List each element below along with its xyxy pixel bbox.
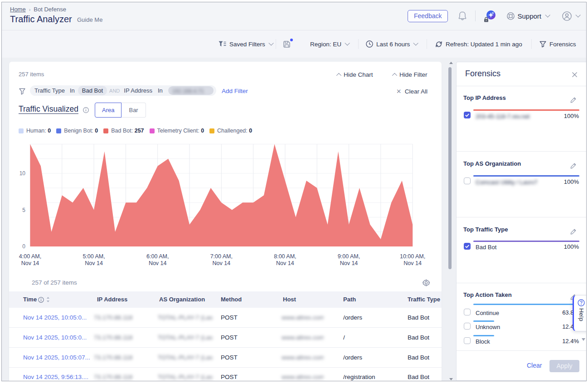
svg-text:0: 0 [22,243,25,250]
svg-text:5: 5 [22,207,25,213]
svg-text:10: 10 [19,170,26,177]
svg-text:5:00 AM,: 5:00 AM, [83,253,105,260]
svg-text:10:00 AM,: 10:00 AM, [400,253,425,260]
svg-text:Nov 14: Nov 14 [85,260,103,266]
svg-text:Nov 14: Nov 14 [212,260,230,266]
svg-text:Nov 14: Nov 14 [276,260,294,266]
svg-text:4:00 AM,: 4:00 AM, [19,253,41,260]
svg-text:6:00 AM,: 6:00 AM, [146,253,169,260]
svg-text:Nov 14: Nov 14 [21,260,39,266]
svg-text:Nov 14: Nov 14 [340,260,358,266]
svg-text:8:00 AM,: 8:00 AM, [274,253,296,260]
svg-text:9:00 AM,: 9:00 AM, [338,253,360,260]
svg-text:Nov 14: Nov 14 [149,260,167,266]
svg-text:Nov 14: Nov 14 [403,260,422,266]
svg-text:7:00 AM,: 7:00 AM, [210,253,233,260]
